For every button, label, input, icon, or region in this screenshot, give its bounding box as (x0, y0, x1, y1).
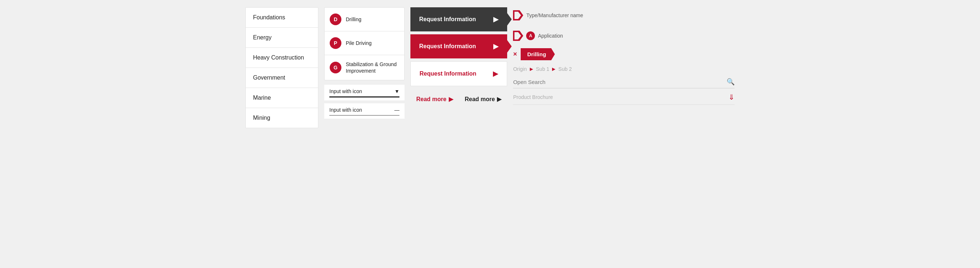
type-manufacturer-label: Type/Manufacturer name (526, 13, 583, 18)
search-icon[interactable]: 🔍 (727, 78, 735, 86)
card-label-stabilization: Stabilization & Ground Improvement (346, 61, 399, 74)
list-item-foundations[interactable]: Foundations (246, 8, 318, 28)
arrow-right-icon-5: ▶ (497, 96, 501, 103)
nav-list: Foundations Energy Heavy Construction Go… (245, 7, 318, 128)
close-badge-button[interactable]: × (513, 50, 517, 58)
read-more-row: Read more ▶ Read more ▶ (410, 92, 507, 106)
breadcrumb-arrow-1: ▶ (530, 67, 533, 72)
list-item-government[interactable]: Government (246, 68, 318, 88)
search-row: 🔍 (513, 78, 735, 88)
read-more-dark-button[interactable]: Read more ▶ (459, 92, 508, 106)
input-row-2[interactable]: Input with icon — (324, 103, 404, 115)
cards-block: D Drilling P Pile Driving G Stabilizatio… (324, 7, 404, 80)
input-underline-thick (329, 96, 399, 97)
breadcrumb-origin[interactable]: Origin (513, 66, 527, 72)
input-underline-thin (329, 115, 399, 116)
minus-icon: — (395, 107, 399, 113)
tag-icon-2 (513, 31, 523, 41)
card-label-pile-driving: Pile Driving (346, 40, 372, 46)
col-buttons: Request Information ▶ Request Informatio… (410, 7, 507, 128)
input-block-2: Input with icon — (324, 103, 404, 119)
tag-row-2: A Application (513, 28, 735, 44)
list-item-marine[interactable]: Marine (246, 88, 318, 108)
drilling-badge: Drilling (521, 48, 555, 60)
card-circle-g: G (330, 62, 341, 73)
tag-row-1: Type/Manufacturer name (513, 7, 735, 23)
chevron-down-icon: ▼ (395, 88, 399, 94)
col-right: Type/Manufacturer name A Application × D… (513, 7, 735, 128)
card-drilling[interactable]: D Drilling (325, 8, 404, 31)
product-brochure-label: Product Brochure (513, 94, 553, 100)
input-label-1: Input with icon (329, 88, 362, 94)
breadcrumb-sub1[interactable]: Sub 1 (536, 66, 549, 72)
application-label: Application (538, 33, 563, 39)
arrow-right-icon-3: ▶ (493, 70, 498, 78)
card-circle-p: P (330, 37, 341, 49)
list-item-energy[interactable]: Energy (246, 28, 318, 48)
arrow-right-icon: ▶ (493, 15, 498, 23)
list-item-mining[interactable]: Mining (246, 108, 318, 128)
card-label-drilling: Drilling (346, 16, 361, 22)
application-circle: A (526, 31, 535, 40)
request-info-dark-button[interactable]: Request Information ▶ (410, 7, 507, 31)
request-info-red-button[interactable]: Request Information ▶ (410, 34, 507, 58)
breadcrumb: Origin ▶ Sub 1 ▶ Sub 2 (513, 65, 735, 73)
read-more-red-button[interactable]: Read more ▶ (410, 92, 459, 106)
tag-icon-1 (513, 10, 523, 21)
download-icon[interactable]: ⇓ (729, 93, 735, 102)
input-row-1[interactable]: Input with icon ▼ (324, 85, 404, 96)
breadcrumb-arrow-2: ▶ (552, 67, 555, 72)
input-label-2: Input with icon (329, 107, 362, 113)
col-cards: D Drilling P Pile Driving G Stabilizatio… (324, 7, 404, 128)
request-info-outline-button[interactable]: Request Information ▶ (410, 61, 507, 86)
search-input[interactable] (513, 79, 727, 85)
arrow-right-icon-2: ▶ (493, 42, 498, 50)
breadcrumb-sub2[interactable]: Sub 2 (558, 66, 572, 72)
card-pile-driving[interactable]: P Pile Driving (325, 31, 404, 55)
input-block-1: Input with icon ▼ (324, 85, 404, 100)
product-brochure-row: Product Brochure ⇓ (513, 93, 735, 105)
page-wrapper: Foundations Energy Heavy Construction Go… (245, 7, 735, 128)
arrow-right-icon-4: ▶ (449, 96, 453, 103)
list-item-heavy-construction[interactable]: Heavy Construction (246, 48, 318, 68)
drilling-badge-row: × Drilling (513, 48, 735, 60)
card-stabilization[interactable]: G Stabilization & Ground Improvement (325, 55, 404, 80)
card-circle-d: D (330, 13, 341, 25)
